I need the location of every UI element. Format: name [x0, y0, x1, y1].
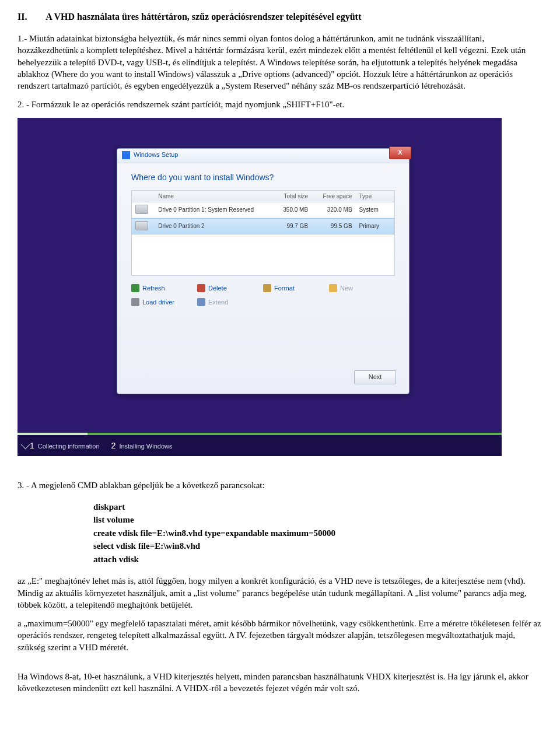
row-name: Drive 0 Partition 1: System Reserved — [155, 204, 267, 215]
step-2: 2Installing Windows — [111, 441, 173, 450]
paragraph-6: Ha Windows 8-at, 10-et használunk, a VHD… — [18, 671, 542, 695]
extend-label: Extend — [208, 299, 228, 306]
paragraph-5: a „maximum=50000" egy megfelelő tapaszta… — [18, 618, 542, 653]
refresh-icon — [131, 284, 139, 292]
delete-link[interactable]: Delete — [197, 284, 263, 292]
cmd-line: attach vdisk — [93, 553, 542, 566]
table-row[interactable]: Drive 0 Partition 2 99.7 GB 99.5 GB Prim… — [132, 218, 394, 234]
row-name: Drive 0 Partition 2 — [155, 220, 267, 232]
section-number: II. — [18, 12, 44, 22]
extend-icon — [197, 298, 205, 306]
paragraph-2: 2. - Formázzuk le az operációs rendszern… — [18, 99, 542, 110]
paragraph-1: 1.- Miután adatainkat biztonságba helyez… — [18, 33, 542, 92]
step-1-label: Collecting information — [38, 443, 100, 450]
row-type: System — [356, 204, 394, 215]
load-driver-link[interactable]: Load driver — [131, 298, 197, 306]
row-total: 99.7 GB — [268, 220, 312, 232]
section-title: A VHD használata üres háttértáron, szűz … — [46, 12, 361, 22]
load-driver-icon — [131, 298, 139, 306]
command-block: diskpart list volume create vdisk file=E… — [93, 500, 542, 566]
close-button[interactable]: X — [389, 146, 411, 159]
table-row[interactable]: Drive 0 Partition 1: System Reserved 350… — [132, 202, 394, 218]
actions-panel: Refresh Delete Format New Load driver Ex… — [131, 284, 395, 306]
header-total: Total size — [268, 191, 312, 202]
refresh-link[interactable]: Refresh — [131, 284, 197, 292]
header-type: Type — [356, 191, 394, 202]
table-empty-space — [132, 234, 394, 275]
refresh-label: Refresh — [142, 285, 165, 292]
window-title: Windows Setup — [134, 151, 178, 158]
cmd-line: list volume — [93, 513, 542, 527]
row-free: 99.5 GB — [312, 220, 355, 232]
new-link[interactable]: New — [329, 284, 395, 292]
windows-logo-icon — [122, 151, 130, 159]
cmd-line: select vdisk file=E:\win8.vhd — [93, 539, 542, 553]
format-label: Format — [274, 285, 295, 292]
setup-window: Windows Setup X Where do you want to ins… — [117, 148, 410, 394]
format-link[interactable]: Format — [263, 284, 329, 292]
row-total: 350.0 MB — [268, 204, 312, 215]
paragraph-4: az „E:" meghajtónév lehet más is, attól … — [18, 575, 542, 611]
setup-footer: 1Collecting information 2Installing Wind… — [18, 435, 502, 456]
header-free: Free space — [312, 191, 355, 202]
disk-table: Name Total size Free space Type Drive 0 … — [131, 190, 395, 276]
setup-question: Where do you want to install Windows? — [131, 173, 409, 182]
disk-table-header: Name Total size Free space Type — [132, 191, 394, 202]
titlebar: Windows Setup X — [117, 149, 409, 163]
check-icon — [21, 440, 30, 449]
row-type: Primary — [356, 220, 394, 232]
disk-icon — [135, 221, 148, 230]
next-button[interactable]: Next — [354, 370, 396, 384]
paragraph-3: 3. - A megjelenő CMD ablakban gépeljük b… — [18, 479, 542, 491]
format-icon — [263, 284, 271, 292]
windows-setup-screenshot: Windows Setup X Where do you want to ins… — [18, 118, 502, 456]
extend-link[interactable]: Extend — [197, 298, 263, 306]
cmd-line: diskpart — [93, 500, 542, 514]
row-free: 320.0 MB — [312, 204, 355, 215]
disk-icon — [135, 205, 148, 214]
step-2-label: Installing Windows — [119, 443, 172, 450]
load-driver-label: Load driver — [142, 299, 174, 306]
new-label: New — [340, 285, 353, 292]
cmd-line: create vdisk file=E:\win8.vhd type=expan… — [93, 527, 542, 540]
delete-icon — [197, 284, 205, 292]
delete-label: Delete — [208, 285, 227, 292]
section-heading: II. A VHD használata üres háttértáron, s… — [18, 12, 542, 22]
new-icon — [329, 284, 337, 292]
step-1: 1Collecting information — [22, 441, 100, 450]
header-name: Name — [155, 191, 267, 202]
